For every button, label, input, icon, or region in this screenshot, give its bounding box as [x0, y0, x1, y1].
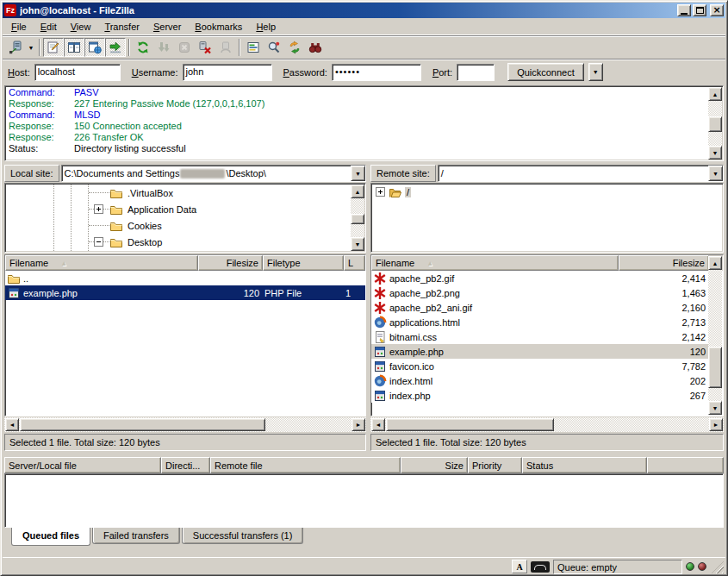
scroll-left-icon[interactable]: ◄: [371, 418, 385, 431]
scroll-thumb[interactable]: [708, 116, 722, 132]
find-files-button[interactable]: [305, 38, 326, 57]
scroll-thumb[interactable]: [708, 347, 722, 388]
column-header-priority[interactable]: Priority: [468, 457, 522, 473]
synchronized-browsing-button[interactable]: [284, 38, 305, 57]
menu-edit[interactable]: Edit: [34, 19, 64, 34]
local-tree-scrollbar[interactable]: ▲ ▼: [351, 185, 364, 251]
file-row[interactable]: apache_pb2.gif 2,414: [371, 271, 709, 285]
column-header-filesize[interactable]: Filesize: [619, 255, 709, 271]
folder-icon: [109, 235, 123, 249]
collapse-icon[interactable]: [94, 237, 103, 247]
scroll-down-icon[interactable]: ▼: [708, 401, 722, 415]
scroll-thumb[interactable]: [351, 214, 364, 224]
filter-button[interactable]: [243, 38, 264, 57]
menu-file[interactable]: File: [4, 19, 34, 34]
scroll-down-icon[interactable]: ▼: [351, 237, 364, 251]
column-header-filetype[interactable]: Filetype: [263, 255, 344, 271]
scroll-up-icon[interactable]: ▲: [351, 185, 364, 198]
toggle-remote-tree-button[interactable]: [84, 38, 105, 57]
column-header-server-local-file[interactable]: Server/Local file: [4, 457, 161, 473]
menu-view[interactable]: View: [64, 19, 98, 34]
title-bar[interactable]: Fz john@localhost - FileZilla ×: [3, 3, 725, 18]
toggle-transfer-queue-button[interactable]: [105, 38, 126, 57]
file-row[interactable]: apache_pb2_ani.gif 2,160: [371, 300, 709, 315]
port-input[interactable]: [457, 64, 495, 81]
file-row[interactable]: apache_pb2.png 1,463: [371, 285, 709, 300]
local-list-hscrollbar[interactable]: ◄ ►: [4, 417, 366, 432]
refresh-button[interactable]: [133, 38, 153, 57]
scroll-up-icon[interactable]: ▲: [708, 87, 722, 101]
column-header-remote-file[interactable]: Remote file: [210, 457, 401, 473]
tree-item-desktop[interactable]: Desktop: [6, 234, 351, 250]
combo-dropdown-icon[interactable]: ▼: [351, 166, 365, 181]
scroll-thumb[interactable]: [20, 418, 265, 431]
combo-dropdown-icon[interactable]: ▼: [708, 166, 723, 181]
site-manager-dropdown[interactable]: ▼: [26, 38, 36, 57]
menu-transfer[interactable]: Transfer: [97, 19, 146, 34]
toggle-message-log-button[interactable]: [43, 38, 64, 57]
scroll-right-icon[interactable]: ►: [709, 418, 723, 431]
file-row[interactable]: bitnami.css 2,142: [371, 329, 709, 344]
file-row[interactable]: index.php 267: [371, 388, 709, 403]
tab-queued-files[interactable]: Queued files: [11, 528, 90, 546]
column-header-filename[interactable]: Filename▲: [5, 255, 198, 271]
column-header-status[interactable]: Status: [522, 457, 647, 473]
tree-item-application-data[interactable]: Application Data: [6, 201, 351, 217]
file-row-parent-dir[interactable]: ..: [5, 271, 365, 285]
site-manager-button[interactable]: [5, 38, 26, 57]
expand-icon[interactable]: [376, 187, 385, 197]
maximize-button[interactable]: [693, 4, 706, 16]
column-header-size[interactable]: Size: [401, 457, 468, 473]
process-queue-button[interactable]: [153, 38, 174, 57]
password-input[interactable]: ••••••: [332, 64, 421, 81]
scroll-thumb[interactable]: [386, 418, 554, 431]
quickconnect-dropdown[interactable]: ▼: [588, 63, 603, 81]
file-row[interactable]: favicon.ico 7,782: [371, 359, 709, 373]
remote-site-combo[interactable]: / ▼: [438, 165, 724, 182]
toggle-local-tree-button[interactable]: [64, 38, 84, 57]
local-site-combo[interactable]: C:\Documents and Settings\Desktop\ ▼: [61, 165, 366, 182]
tab-successful-transfers[interactable]: Successful transfers (1): [182, 528, 304, 544]
tree-item-root[interactable]: /: [371, 184, 723, 200]
file-row-selected[interactable]: example.php 120: [371, 344, 709, 359]
menu-server[interactable]: Server: [146, 19, 188, 34]
quickconnect-button[interactable]: Quickconnect: [507, 63, 584, 81]
disconnect-icon: [198, 41, 212, 54]
scroll-down-icon[interactable]: ▼: [708, 146, 722, 160]
file-row[interactable]: index.html 202: [371, 373, 709, 388]
column-header-direction[interactable]: Directi...: [161, 457, 210, 473]
cancel-button[interactable]: [174, 38, 195, 57]
scroll-right-icon[interactable]: ►: [352, 418, 365, 431]
menu-help[interactable]: Help: [249, 19, 283, 34]
file-row[interactable]: applications.html 2,713: [371, 315, 709, 329]
queue-list-empty[interactable]: [4, 473, 724, 528]
folder-icon: [109, 186, 123, 200]
reconnect-button[interactable]: [215, 38, 236, 57]
filename: apache_pb2_ani.gif: [389, 303, 472, 313]
css-file-icon: [373, 330, 387, 344]
close-button[interactable]: ×: [710, 4, 724, 16]
remote-list-scrollbar[interactable]: ▲ ▼: [708, 256, 722, 415]
scroll-up-icon[interactable]: ▲: [708, 256, 722, 270]
column-header-last-modified[interactable]: L: [344, 255, 365, 271]
scroll-left-icon[interactable]: ◄: [5, 418, 19, 431]
close-icon: ×: [712, 6, 720, 15]
tree-item-virtualbox[interactable]: .VirtualBox: [6, 185, 351, 201]
column-header-filesize[interactable]: Filesize: [198, 255, 263, 271]
filename: apache_pb2.gif: [389, 273, 454, 284]
filter-icon: [246, 41, 260, 54]
expand-icon[interactable]: [94, 204, 103, 214]
resize-grip[interactable]: [712, 561, 724, 573]
remote-list-hscrollbar[interactable]: ◄ ►: [370, 417, 724, 432]
log-scrollbar[interactable]: ▲ ▼: [708, 87, 722, 160]
tab-failed-transfers[interactable]: Failed transfers: [92, 528, 180, 544]
column-header-filename[interactable]: Filename▲: [371, 255, 619, 271]
minimize-button[interactable]: [677, 4, 691, 16]
disconnect-button[interactable]: [195, 38, 215, 57]
host-input[interactable]: localhost: [34, 64, 121, 81]
username-input[interactable]: john: [183, 64, 272, 81]
directory-comparison-button[interactable]: [264, 38, 284, 57]
tree-item-cookies[interactable]: Cookies: [6, 217, 351, 234]
menu-bookmarks[interactable]: Bookmarks: [188, 19, 249, 34]
file-row-selected[interactable]: example.php 120 PHP File 1: [5, 285, 365, 300]
